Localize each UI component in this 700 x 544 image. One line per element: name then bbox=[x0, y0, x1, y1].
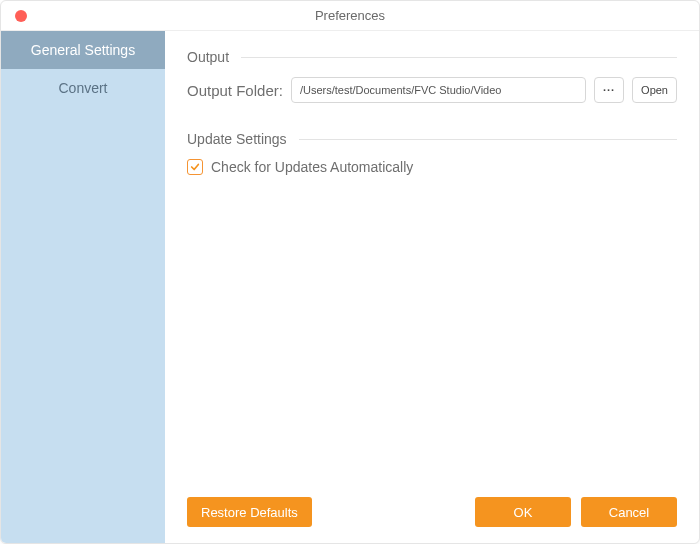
sidebar-item-convert[interactable]: Convert bbox=[1, 69, 165, 107]
window-title: Preferences bbox=[315, 8, 385, 23]
restore-defaults-button[interactable]: Restore Defaults bbox=[187, 497, 312, 527]
ok-button[interactable]: OK bbox=[475, 497, 571, 527]
preferences-window: Preferences General Settings Convert Out… bbox=[0, 0, 700, 544]
open-button[interactable]: Open bbox=[632, 77, 677, 103]
titlebar: Preferences bbox=[1, 1, 699, 31]
section-title: Output bbox=[187, 49, 229, 65]
ellipsis-icon: ··· bbox=[603, 84, 615, 96]
section-title: Update Settings bbox=[187, 131, 287, 147]
spacer bbox=[187, 175, 677, 497]
sidebar: General Settings Convert bbox=[1, 31, 165, 543]
footer: Restore Defaults OK Cancel bbox=[187, 497, 677, 527]
section-header-update: Update Settings bbox=[187, 131, 677, 147]
check-updates-row: Check for Updates Automatically bbox=[187, 159, 677, 175]
main-panel: Output Output Folder: ··· Open Update Se… bbox=[165, 31, 699, 543]
sidebar-item-label: General Settings bbox=[31, 42, 135, 58]
output-folder-input[interactable] bbox=[291, 77, 586, 103]
sidebar-item-general-settings[interactable]: General Settings bbox=[1, 31, 165, 69]
browse-button[interactable]: ··· bbox=[594, 77, 624, 103]
divider bbox=[241, 57, 677, 58]
divider bbox=[299, 139, 677, 140]
checkmark-icon bbox=[190, 162, 200, 172]
sidebar-item-label: Convert bbox=[58, 80, 107, 96]
section-header-output: Output bbox=[187, 49, 677, 65]
window-body: General Settings Convert Output Output F… bbox=[1, 31, 699, 543]
output-folder-label: Output Folder: bbox=[187, 82, 283, 99]
check-updates-label: Check for Updates Automatically bbox=[211, 159, 413, 175]
output-folder-row: Output Folder: ··· Open bbox=[187, 77, 677, 103]
cancel-button[interactable]: Cancel bbox=[581, 497, 677, 527]
close-icon[interactable] bbox=[15, 10, 27, 22]
check-updates-checkbox[interactable] bbox=[187, 159, 203, 175]
